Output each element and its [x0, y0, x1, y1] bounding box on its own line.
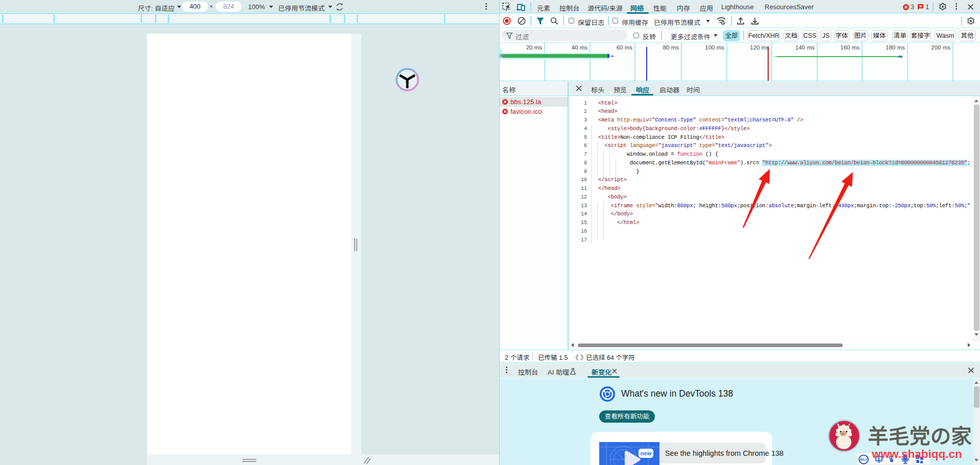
svg-text:new: new — [641, 450, 652, 456]
svg-text:iFLY: iFLY — [860, 458, 868, 461]
